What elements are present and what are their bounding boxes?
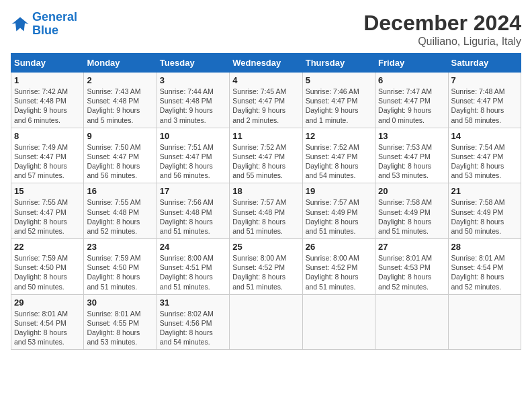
calendar-week-row: 15Sunrise: 7:55 AMSunset: 4:47 PMDayligh…	[11, 183, 521, 239]
calendar-cell: 24Sunrise: 8:00 AMSunset: 4:51 PMDayligh…	[157, 239, 229, 295]
calendar-cell: 16Sunrise: 7:55 AMSunset: 4:48 PMDayligh…	[84, 183, 157, 239]
calendar-cell: 29Sunrise: 8:01 AMSunset: 4:54 PMDayligh…	[11, 294, 84, 350]
day-info: Sunrise: 7:44 AMSunset: 4:48 PMDaylight:…	[160, 87, 226, 125]
day-number: 28	[451, 242, 518, 252]
calendar-cell: 12Sunrise: 7:52 AMSunset: 4:47 PMDayligh…	[302, 128, 375, 183]
calendar-cell: 2Sunrise: 7:43 AMSunset: 4:48 PMDaylight…	[84, 73, 157, 128]
day-number: 16	[87, 186, 153, 196]
day-info: Sunrise: 8:01 AMSunset: 4:54 PMDaylight:…	[14, 309, 81, 347]
calendar-cell: 13Sunrise: 7:53 AMSunset: 4:47 PMDayligh…	[375, 128, 448, 183]
day-number: 23	[87, 242, 153, 252]
day-info: Sunrise: 8:02 AMSunset: 4:56 PMDaylight:…	[160, 309, 226, 347]
calendar-title: December 2024	[363, 11, 521, 36]
day-info: Sunrise: 7:52 AMSunset: 4:47 PMDaylight:…	[306, 142, 372, 181]
day-number: 14	[451, 131, 518, 141]
calendar-cell	[230, 294, 302, 350]
day-info: Sunrise: 7:58 AMSunset: 4:49 PMDaylight:…	[378, 197, 445, 236]
calendar-cell: 21Sunrise: 7:58 AMSunset: 4:49 PMDayligh…	[448, 183, 521, 239]
day-number: 31	[160, 298, 226, 308]
day-number: 5	[306, 75, 372, 85]
day-info: Sunrise: 8:00 AMSunset: 4:52 PMDaylight:…	[306, 253, 372, 291]
calendar-cell: 22Sunrise: 7:59 AMSunset: 4:50 PMDayligh…	[11, 239, 84, 295]
day-info: Sunrise: 7:45 AMSunset: 4:47 PMDaylight:…	[232, 87, 299, 125]
day-number: 1	[14, 75, 81, 85]
svg-marker-0	[11, 17, 28, 31]
calendar-cell: 26Sunrise: 8:00 AMSunset: 4:52 PMDayligh…	[302, 239, 375, 295]
header-thursday: Thursday	[302, 54, 375, 73]
day-number: 30	[87, 298, 153, 308]
calendar-cell: 4Sunrise: 7:45 AMSunset: 4:47 PMDaylight…	[230, 73, 302, 128]
calendar-week-row: 8Sunrise: 7:49 AMSunset: 4:47 PMDaylight…	[11, 128, 521, 183]
header-friday: Friday	[375, 54, 448, 73]
day-number: 15	[14, 186, 81, 196]
day-info: Sunrise: 7:53 AMSunset: 4:47 PMDaylight:…	[378, 142, 445, 181]
day-number: 8	[14, 131, 81, 141]
calendar-cell: 28Sunrise: 8:01 AMSunset: 4:54 PMDayligh…	[448, 239, 521, 295]
day-info: Sunrise: 8:00 AMSunset: 4:51 PMDaylight:…	[160, 253, 226, 291]
day-number: 17	[160, 186, 226, 196]
day-number: 22	[14, 242, 81, 252]
calendar-table: SundayMondayTuesdayWednesdayThursdayFrid…	[11, 53, 521, 350]
day-number: 11	[232, 131, 299, 141]
day-number: 24	[160, 242, 226, 252]
header-wednesday: Wednesday	[230, 54, 302, 73]
day-info: Sunrise: 7:59 AMSunset: 4:50 PMDaylight:…	[14, 253, 81, 291]
calendar-week-row: 22Sunrise: 7:59 AMSunset: 4:50 PMDayligh…	[11, 239, 521, 295]
day-info: Sunrise: 7:58 AMSunset: 4:49 PMDaylight:…	[451, 197, 518, 236]
calendar-cell	[375, 294, 448, 350]
day-number: 4	[232, 75, 299, 85]
day-number: 26	[306, 242, 372, 252]
calendar-cell: 17Sunrise: 7:56 AMSunset: 4:48 PMDayligh…	[157, 183, 229, 239]
day-number: 9	[87, 131, 153, 141]
day-info: Sunrise: 7:57 AMSunset: 4:48 PMDaylight:…	[232, 197, 299, 236]
day-info: Sunrise: 7:56 AMSunset: 4:48 PMDaylight:…	[160, 197, 226, 236]
calendar-cell: 8Sunrise: 7:49 AMSunset: 4:47 PMDaylight…	[11, 128, 84, 183]
title-block: December 2024 Quiliano, Liguria, Italy	[363, 11, 521, 48]
day-info: Sunrise: 7:48 AMSunset: 4:47 PMDaylight:…	[451, 87, 518, 125]
day-number: 12	[306, 131, 372, 141]
calendar-subtitle: Quiliano, Liguria, Italy	[363, 36, 521, 48]
calendar-cell: 11Sunrise: 7:52 AMSunset: 4:47 PMDayligh…	[230, 128, 302, 183]
calendar-cell: 14Sunrise: 7:54 AMSunset: 4:47 PMDayligh…	[448, 128, 521, 183]
calendar-cell	[448, 294, 521, 350]
calendar-cell: 6Sunrise: 7:47 AMSunset: 4:47 PMDaylight…	[375, 73, 448, 128]
day-info: Sunrise: 8:00 AMSunset: 4:52 PMDaylight:…	[232, 253, 299, 291]
day-number: 29	[14, 298, 81, 308]
calendar-cell: 31Sunrise: 8:02 AMSunset: 4:56 PMDayligh…	[157, 294, 229, 350]
calendar-cell: 7Sunrise: 7:48 AMSunset: 4:47 PMDaylight…	[448, 73, 521, 128]
calendar-cell: 3Sunrise: 7:44 AMSunset: 4:48 PMDaylight…	[157, 73, 229, 128]
day-info: Sunrise: 7:46 AMSunset: 4:47 PMDaylight:…	[306, 87, 372, 125]
day-number: 27	[378, 242, 445, 252]
day-info: Sunrise: 7:42 AMSunset: 4:48 PMDaylight:…	[14, 87, 81, 125]
day-info: Sunrise: 8:01 AMSunset: 4:55 PMDaylight:…	[87, 309, 153, 347]
day-info: Sunrise: 7:55 AMSunset: 4:47 PMDaylight:…	[14, 197, 81, 236]
day-info: Sunrise: 7:54 AMSunset: 4:47 PMDaylight:…	[451, 142, 518, 181]
calendar-week-row: 29Sunrise: 8:01 AMSunset: 4:54 PMDayligh…	[11, 294, 521, 350]
page-header: General Blue December 2024 Quiliano, Lig…	[11, 11, 521, 48]
day-info: Sunrise: 7:43 AMSunset: 4:48 PMDaylight:…	[87, 87, 153, 125]
header-tuesday: Tuesday	[157, 54, 229, 73]
calendar-cell: 19Sunrise: 7:57 AMSunset: 4:49 PMDayligh…	[302, 183, 375, 239]
header-monday: Monday	[84, 54, 157, 73]
day-number: 2	[87, 75, 153, 85]
calendar-cell: 25Sunrise: 8:00 AMSunset: 4:52 PMDayligh…	[230, 239, 302, 295]
day-number: 20	[378, 186, 445, 196]
day-info: Sunrise: 7:47 AMSunset: 4:47 PMDaylight:…	[378, 87, 445, 125]
day-info: Sunrise: 8:01 AMSunset: 4:53 PMDaylight:…	[378, 253, 445, 291]
day-number: 13	[378, 131, 445, 141]
day-number: 10	[160, 131, 226, 141]
logo: General Blue	[11, 11, 77, 38]
calendar-cell: 30Sunrise: 8:01 AMSunset: 4:55 PMDayligh…	[84, 294, 157, 350]
day-info: Sunrise: 7:59 AMSunset: 4:50 PMDaylight:…	[87, 253, 153, 291]
day-info: Sunrise: 7:52 AMSunset: 4:47 PMDaylight:…	[232, 142, 299, 181]
calendar-cell: 10Sunrise: 7:51 AMSunset: 4:47 PMDayligh…	[157, 128, 229, 183]
header-saturday: Saturday	[448, 54, 521, 73]
calendar-cell: 5Sunrise: 7:46 AMSunset: 4:47 PMDaylight…	[302, 73, 375, 128]
calendar-week-row: 1Sunrise: 7:42 AMSunset: 4:48 PMDaylight…	[11, 73, 521, 128]
day-info: Sunrise: 7:57 AMSunset: 4:49 PMDaylight:…	[306, 197, 372, 236]
logo-text: General Blue	[32, 11, 77, 38]
day-number: 7	[451, 75, 518, 85]
day-info: Sunrise: 7:49 AMSunset: 4:47 PMDaylight:…	[14, 142, 81, 181]
day-info: Sunrise: 7:51 AMSunset: 4:47 PMDaylight:…	[160, 142, 226, 181]
day-number: 6	[378, 75, 445, 85]
